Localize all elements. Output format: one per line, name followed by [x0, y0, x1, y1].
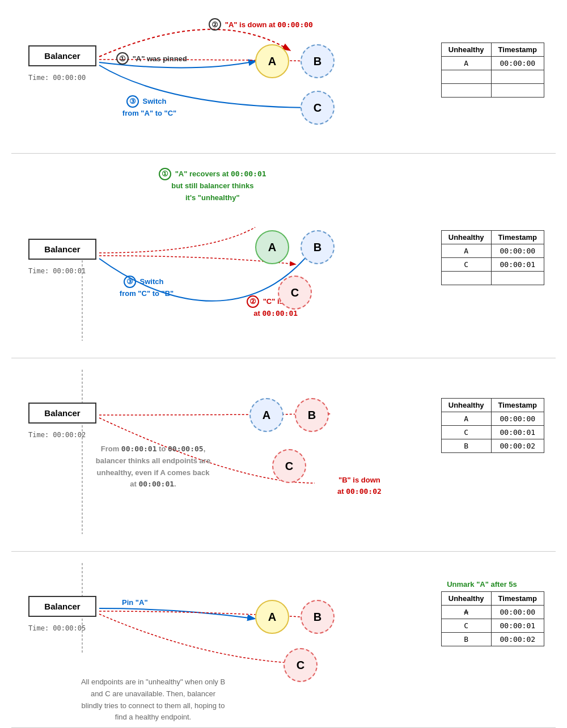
ann-sec1-step2: ② "A" is down at 00:00:00	[181, 18, 340, 31]
node-a-2: A	[255, 230, 289, 264]
node-a-4: A	[255, 600, 289, 634]
diagram-container: Balancer Time: 00:00:00 ② "A" is down at…	[11, 11, 556, 728]
separator-3	[11, 551, 556, 552]
node-c-2: C	[278, 276, 312, 310]
ann-sec2-step1: ① "A" recovers at 00:00:01but still bala…	[159, 168, 266, 204]
node-b-2: B	[301, 230, 335, 264]
ann-sec4-unmark: Unmark "A" after 5s	[420, 580, 544, 589]
state-table-3: UnhealthyTimestamp A00:00:00 C00:00:01 B…	[441, 398, 544, 453]
ann-sec4-pin: Pin "A"	[122, 598, 148, 607]
node-b-3: B	[295, 398, 329, 432]
time-label-3: Time: 00:00:02	[28, 431, 86, 439]
time-label-4: Time: 00:00:05	[28, 624, 86, 632]
balancer-box-2: Balancer	[28, 239, 96, 260]
state-table-1: UnhealthyTimestamp A00:00:00	[441, 43, 544, 98]
separator-1	[11, 153, 556, 154]
ann-sec4-desc: All endpoints are in "unhealthy" when on…	[11, 676, 295, 723]
balancer-box-1: Balancer	[28, 45, 96, 66]
ann-sec1-step3: ③ Switch from "A" to "C"	[116, 95, 176, 119]
section-2: ① "A" recovers at 00:00:01but still bala…	[11, 165, 556, 341]
node-b-4: B	[301, 600, 335, 634]
node-a-1: A	[255, 44, 289, 78]
balancer-label-2: Balancer	[44, 244, 80, 254]
section-3: Balancer Time: 00:00:02 From 00:00:01 to…	[11, 370, 556, 534]
node-c-3: C	[272, 449, 306, 483]
node-b-1: B	[301, 44, 335, 78]
ann-sec1-step1: ① "A" was pinned	[116, 52, 187, 65]
balancer-label-3: Balancer	[44, 408, 80, 418]
ann-sec3-info: From 00:00:01 to 00:00:05, balancer thin…	[68, 443, 238, 490]
balancer-box-3: Balancer	[28, 403, 96, 424]
balancer-box-4: Balancer	[28, 596, 96, 617]
ann-sec2-step3: ③ Switch from "C" to "B"	[113, 276, 174, 299]
balancer-label-4: Balancer	[44, 602, 80, 611]
balancer-label-1: Balancer	[44, 51, 80, 61]
section-1: Balancer Time: 00:00:00 ② "A" is down at…	[11, 11, 556, 136]
time-label-2: Time: 00:00:01	[28, 267, 86, 275]
state-table-2: UnhealthyTimestamp A00:00:00 C00:00:01	[441, 230, 544, 285]
time-label-1: Time: 00:00:00	[28, 74, 86, 82]
node-a-3: A	[249, 398, 284, 432]
ann-sec3-bdown: "B" is downat 00:00:02	[337, 475, 382, 497]
separator-2	[11, 358, 556, 358]
node-c-1: C	[301, 91, 335, 125]
state-table-4: UnhealthyTimestamp A00:00:00 C00:00:01 B…	[441, 591, 544, 646]
section-4: Unmark "A" after 5s Balancer Time: 00:00…	[11, 563, 556, 716]
